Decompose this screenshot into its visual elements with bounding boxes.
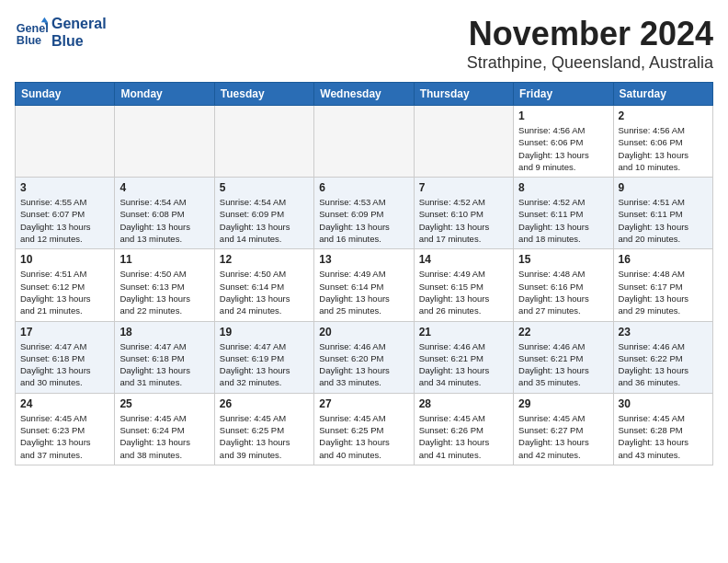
calendar-cell: 20Sunrise: 4:46 AM Sunset: 6:20 PM Dayli…	[314, 321, 414, 393]
calendar-cell: 28Sunrise: 4:45 AM Sunset: 6:26 PM Dayli…	[414, 393, 513, 465]
calendar-cell	[314, 106, 414, 178]
calendar-cell: 24Sunrise: 4:45 AM Sunset: 6:23 PM Dayli…	[16, 393, 115, 465]
calendar-cell: 12Sunrise: 4:50 AM Sunset: 6:14 PM Dayli…	[214, 249, 313, 321]
day-info: Sunrise: 4:48 AM Sunset: 6:16 PM Dayligh…	[518, 268, 608, 316]
calendar-cell: 3Sunrise: 4:55 AM Sunset: 6:07 PM Daylig…	[16, 178, 115, 249]
calendar-cell: 1Sunrise: 4:56 AM Sunset: 6:06 PM Daylig…	[514, 106, 613, 178]
day-info: Sunrise: 4:47 AM Sunset: 6:18 PM Dayligh…	[20, 340, 109, 389]
day-info: Sunrise: 4:47 AM Sunset: 6:18 PM Dayligh…	[119, 340, 209, 389]
calendar-week-3: 10Sunrise: 4:51 AM Sunset: 6:12 PM Dayli…	[16, 249, 713, 321]
calendar-cell: 2Sunrise: 4:56 AM Sunset: 6:06 PM Daylig…	[613, 106, 712, 178]
day-number: 6	[319, 181, 408, 194]
day-info: Sunrise: 4:56 AM Sunset: 6:06 PM Dayligh…	[619, 124, 708, 173]
day-info: Sunrise: 4:46 AM Sunset: 6:21 PM Dayligh…	[518, 340, 608, 389]
calendar-cell	[16, 106, 115, 178]
calendar-cell: 23Sunrise: 4:46 AM Sunset: 6:22 PM Dayli…	[613, 321, 712, 393]
day-info: Sunrise: 4:45 AM Sunset: 6:25 PM Dayligh…	[220, 412, 309, 461]
logo-line1: General	[51, 15, 107, 32]
page-header: General Blue General Blue November 2024 …	[15, 15, 713, 73]
day-number: 17	[20, 326, 109, 339]
calendar-header-friday: Friday	[514, 83, 613, 106]
title-section: November 2024 Strathpine, Queensland, Au…	[467, 15, 713, 73]
calendar-cell	[214, 106, 313, 178]
calendar-cell: 10Sunrise: 4:51 AM Sunset: 6:12 PM Dayli…	[16, 249, 115, 321]
day-number: 7	[419, 181, 508, 194]
day-number: 26	[220, 397, 309, 410]
calendar-cell: 13Sunrise: 4:49 AM Sunset: 6:14 PM Dayli…	[314, 249, 414, 321]
day-number: 23	[619, 326, 708, 339]
day-number: 25	[119, 397, 209, 410]
day-number: 16	[619, 253, 708, 266]
calendar-cell	[414, 106, 513, 178]
calendar-week-1: 1Sunrise: 4:56 AM Sunset: 6:06 PM Daylig…	[16, 106, 713, 178]
day-info: Sunrise: 4:49 AM Sunset: 6:15 PM Dayligh…	[419, 268, 508, 316]
day-number: 2	[619, 109, 708, 122]
day-info: Sunrise: 4:45 AM Sunset: 6:28 PM Dayligh…	[619, 412, 708, 461]
day-number: 3	[20, 181, 109, 194]
day-info: Sunrise: 4:50 AM Sunset: 6:14 PM Dayligh…	[220, 268, 309, 316]
calendar-week-4: 17Sunrise: 4:47 AM Sunset: 6:18 PM Dayli…	[16, 321, 713, 393]
day-info: Sunrise: 4:52 AM Sunset: 6:11 PM Dayligh…	[518, 196, 608, 245]
calendar-cell: 19Sunrise: 4:47 AM Sunset: 6:19 PM Dayli…	[214, 321, 313, 393]
day-info: Sunrise: 4:51 AM Sunset: 6:11 PM Dayligh…	[619, 196, 708, 245]
calendar-cell: 11Sunrise: 4:50 AM Sunset: 6:13 PM Dayli…	[115, 249, 214, 321]
day-number: 30	[619, 397, 708, 410]
day-number: 1	[518, 109, 608, 122]
calendar-header-wednesday: Wednesday	[314, 83, 414, 106]
day-number: 24	[20, 397, 109, 410]
day-info: Sunrise: 4:54 AM Sunset: 6:09 PM Dayligh…	[220, 196, 309, 245]
calendar-header-saturday: Saturday	[613, 83, 712, 106]
day-number: 28	[419, 397, 508, 410]
calendar-cell: 27Sunrise: 4:45 AM Sunset: 6:25 PM Dayli…	[314, 393, 414, 465]
day-number: 19	[220, 326, 309, 339]
calendar-cell: 18Sunrise: 4:47 AM Sunset: 6:18 PM Dayli…	[115, 321, 214, 393]
calendar-cell: 9Sunrise: 4:51 AM Sunset: 6:11 PM Daylig…	[613, 178, 712, 249]
day-info: Sunrise: 4:54 AM Sunset: 6:08 PM Dayligh…	[119, 196, 209, 245]
calendar-cell: 29Sunrise: 4:45 AM Sunset: 6:27 PM Dayli…	[514, 393, 613, 465]
calendar-cell: 17Sunrise: 4:47 AM Sunset: 6:18 PM Dayli…	[16, 321, 115, 393]
day-number: 20	[319, 326, 408, 339]
day-info: Sunrise: 4:49 AM Sunset: 6:14 PM Dayligh…	[319, 268, 408, 316]
day-number: 10	[20, 253, 109, 266]
calendar-cell: 15Sunrise: 4:48 AM Sunset: 6:16 PM Dayli…	[514, 249, 613, 321]
day-info: Sunrise: 4:45 AM Sunset: 6:26 PM Dayligh…	[419, 412, 508, 461]
calendar-cell: 7Sunrise: 4:52 AM Sunset: 6:10 PM Daylig…	[414, 178, 513, 249]
day-number: 27	[319, 397, 408, 410]
day-info: Sunrise: 4:48 AM Sunset: 6:17 PM Dayligh…	[619, 268, 708, 316]
svg-marker-2	[41, 17, 48, 22]
day-number: 21	[419, 326, 508, 339]
calendar-cell: 16Sunrise: 4:48 AM Sunset: 6:17 PM Dayli…	[613, 249, 712, 321]
svg-text:Blue: Blue	[17, 34, 41, 47]
calendar-header-sunday: Sunday	[16, 83, 115, 106]
calendar-cell: 5Sunrise: 4:54 AM Sunset: 6:09 PM Daylig…	[214, 178, 313, 249]
calendar-cell: 4Sunrise: 4:54 AM Sunset: 6:08 PM Daylig…	[115, 178, 214, 249]
day-number: 12	[220, 253, 309, 266]
calendar-header-monday: Monday	[115, 83, 214, 106]
month-title: November 2024	[467, 15, 713, 53]
day-info: Sunrise: 4:52 AM Sunset: 6:10 PM Dayligh…	[419, 196, 508, 245]
logo: General Blue General Blue	[15, 15, 107, 50]
calendar-body: 1Sunrise: 4:56 AM Sunset: 6:06 PM Daylig…	[16, 106, 713, 465]
calendar-week-5: 24Sunrise: 4:45 AM Sunset: 6:23 PM Dayli…	[16, 393, 713, 465]
day-number: 5	[220, 181, 309, 194]
day-info: Sunrise: 4:46 AM Sunset: 6:20 PM Dayligh…	[319, 340, 408, 389]
day-info: Sunrise: 4:46 AM Sunset: 6:22 PM Dayligh…	[619, 340, 708, 389]
calendar-cell: 26Sunrise: 4:45 AM Sunset: 6:25 PM Dayli…	[214, 393, 313, 465]
calendar-cell: 21Sunrise: 4:46 AM Sunset: 6:21 PM Dayli…	[414, 321, 513, 393]
day-info: Sunrise: 4:45 AM Sunset: 6:23 PM Dayligh…	[20, 412, 109, 461]
calendar-header-tuesday: Tuesday	[214, 83, 313, 106]
day-number: 14	[419, 253, 508, 266]
calendar-header-row: SundayMondayTuesdayWednesdayThursdayFrid…	[16, 83, 713, 106]
day-info: Sunrise: 4:51 AM Sunset: 6:12 PM Dayligh…	[20, 268, 109, 316]
day-info: Sunrise: 4:45 AM Sunset: 6:24 PM Dayligh…	[119, 412, 209, 461]
location-title: Strathpine, Queensland, Australia	[467, 53, 713, 73]
day-info: Sunrise: 4:45 AM Sunset: 6:27 PM Dayligh…	[518, 412, 608, 461]
day-number: 15	[518, 253, 608, 266]
calendar-cell: 30Sunrise: 4:45 AM Sunset: 6:28 PM Dayli…	[613, 393, 712, 465]
calendar-cell: 22Sunrise: 4:46 AM Sunset: 6:21 PM Dayli…	[514, 321, 613, 393]
logo-icon: General Blue	[15, 16, 48, 49]
calendar-cell: 25Sunrise: 4:45 AM Sunset: 6:24 PM Dayli…	[115, 393, 214, 465]
day-number: 22	[518, 326, 608, 339]
calendar-cell: 8Sunrise: 4:52 AM Sunset: 6:11 PM Daylig…	[514, 178, 613, 249]
calendar-cell: 14Sunrise: 4:49 AM Sunset: 6:15 PM Dayli…	[414, 249, 513, 321]
